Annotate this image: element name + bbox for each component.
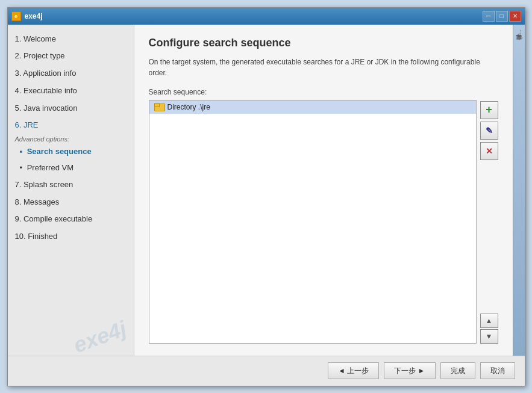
sidebar-item-finished[interactable]: 10. Finished [8, 228, 134, 246]
sidebar-item-java-invocation[interactable]: 5. Java invocation [8, 100, 134, 117]
list-area-container: Directory .\jre + ✎ ✕ ▲ [149, 100, 498, 344]
remove-icon: ✕ [486, 146, 493, 156]
app-icon: e [11, 11, 21, 21]
action-buttons: + ✎ ✕ [480, 100, 498, 160]
edit-button[interactable]: ✎ [480, 122, 498, 140]
main-layout: 1. Welcome 2. Project type 3. Applicatio… [8, 25, 525, 356]
edit-icon: ✎ [486, 126, 493, 135]
sidebar-item-search-sequence[interactable]: • Search sequence [8, 144, 134, 160]
window-title: exe4j [25, 12, 483, 20]
content-area: Configure search sequence On the target … [134, 25, 513, 356]
sidebar-item-executable-info[interactable]: 4. Executable info [8, 82, 134, 100]
sidebar-advanced-options-label: Advanced options: [8, 134, 134, 144]
right-sidebar: gl... 字幕 [513, 25, 525, 356]
sidebar-item-compile-executable[interactable]: 9. Compile executable [8, 211, 134, 228]
back-button[interactable]: ◄ 上一步 [328, 362, 379, 379]
page-description: On the target system, the generated exec… [149, 57, 498, 78]
scroll-down-button[interactable]: ▼ [480, 329, 498, 344]
list-item[interactable]: Directory .\jre [149, 101, 476, 114]
next-button[interactable]: 下一步 ► [384, 362, 435, 379]
side-panel: + ✎ ✕ ▲ ▼ [480, 100, 498, 344]
remove-button[interactable]: ✕ [480, 142, 498, 160]
sequence-label: Search sequence: [149, 88, 498, 96]
sidebar-item-jre[interactable]: 6. JRE [8, 117, 134, 134]
maximize-button[interactable]: □ [496, 11, 508, 22]
cancel-button[interactable]: 取消 [480, 362, 515, 379]
window-controls: ─ □ ✕ [483, 11, 521, 22]
footer: ◄ 上一步 下一步 ► 完成 取消 [8, 356, 525, 386]
sidebar-item-application-info[interactable]: 3. Application info [8, 65, 134, 82]
scroll-buttons: ▲ ▼ [480, 314, 498, 344]
sidebar-item-preferred-vm[interactable]: • Preferred VM [8, 160, 134, 176]
main-window: e exe4j ─ □ ✕ 1. Welcome 2. Project type… [7, 7, 525, 386]
list-item-text: Directory .\jre [167, 103, 210, 111]
minimize-button[interactable]: ─ [483, 11, 495, 22]
title-bar: e exe4j ─ □ ✕ [8, 8, 525, 25]
finish-button[interactable]: 完成 [440, 362, 475, 379]
sidebar-item-welcome[interactable]: 1. Welcome [8, 31, 134, 48]
folder-icon [154, 103, 164, 111]
close-button[interactable]: ✕ [509, 11, 521, 22]
right-tab-1[interactable]: gl... [515, 27, 524, 42]
sidebar-item-messages[interactable]: 8. Messages [8, 194, 134, 211]
sidebar-item-project-type[interactable]: 2. Project type [8, 48, 134, 65]
sidebar-item-splash-screen[interactable]: 7. Splash screen [8, 176, 134, 194]
sidebar: 1. Welcome 2. Project type 3. Applicatio… [8, 25, 134, 356]
sidebar-watermark: exe4j [70, 315, 130, 355]
right-tab-2[interactable]: 字幕 [513, 43, 524, 48]
scroll-up-button[interactable]: ▲ [480, 314, 498, 328]
page-title: Configure search sequence [149, 37, 498, 49]
add-button[interactable]: + [480, 101, 498, 119]
search-sequence-list[interactable]: Directory .\jre [149, 100, 477, 344]
